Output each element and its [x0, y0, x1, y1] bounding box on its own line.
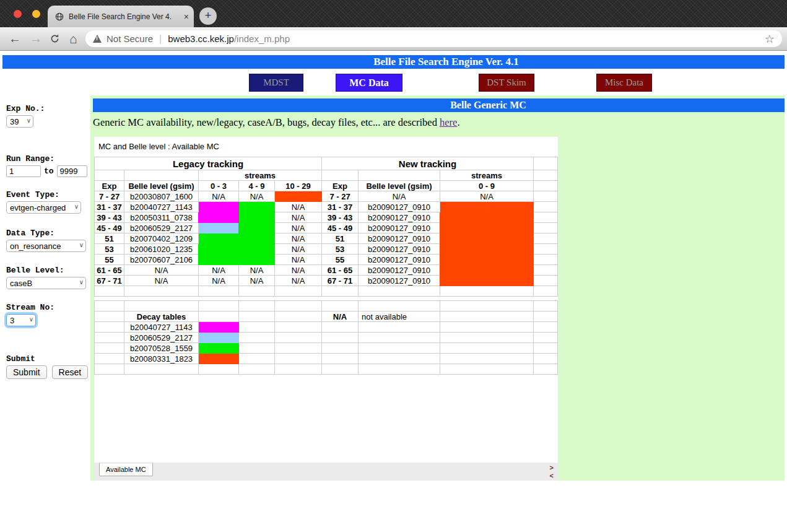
scroll-right-icon[interactable]: > — [550, 464, 554, 472]
grid-cell: 51 — [322, 233, 359, 244]
event-type-select[interactable]: evtgen-charged∨ — [6, 201, 81, 214]
mc-data-button[interactable]: MC Data — [336, 74, 402, 92]
grid-cell: b20030807_1600 — [124, 191, 199, 202]
grid-cell: b20070528_1559 — [124, 343, 199, 354]
grid-cell — [322, 364, 359, 375]
stream-no-select[interactable]: 3∨ — [6, 314, 36, 326]
grid-cell: Exp — [322, 181, 359, 191]
not-secure-label[interactable]: Not Secure — [107, 33, 153, 44]
submit-section-label: Submit — [6, 354, 90, 364]
grid-cell: b20090127_0910 — [359, 276, 440, 286]
browser-tab-strip: Belle File Search Engine Ver 4. × + — [0, 0, 787, 27]
url-path[interactable]: /index_m.php — [234, 33, 290, 44]
grid-cell — [275, 333, 322, 343]
color-cell — [199, 322, 239, 333]
grid-cell — [359, 301, 440, 312]
run-to-input[interactable] — [57, 165, 87, 177]
grid-cell: b20080331_1823 — [124, 354, 199, 364]
new-tab-button[interactable]: + — [199, 7, 217, 25]
grid-cell — [534, 191, 558, 202]
grid-cell — [440, 301, 534, 312]
not-secure-warning-icon[interactable] — [93, 35, 102, 43]
grid-cell — [534, 333, 558, 343]
grid-cell: b20090127_0910 — [359, 202, 440, 212]
grid-cell — [359, 322, 440, 333]
grid-cell: b20061020_1235 — [124, 244, 199, 255]
forward-icon[interactable]: → — [30, 27, 42, 50]
content-area: Exp No.: 39∨ Run Range: to Event Type: e… — [0, 95, 787, 481]
reload-icon[interactable] — [50, 27, 60, 50]
grid-cell — [275, 312, 322, 322]
url-host[interactable]: bweb3.cc.kek.jp — [168, 33, 234, 44]
color-cell — [199, 354, 239, 364]
submit-button[interactable]: Submit — [6, 365, 47, 379]
grid-cell: N/A — [275, 265, 322, 276]
exp-no-select[interactable]: 39∨ — [6, 115, 33, 128]
globe-icon — [55, 12, 64, 21]
color-cell — [440, 202, 534, 286]
grid-cell — [534, 322, 558, 333]
grid-cell: N/A — [275, 233, 322, 244]
grid-cell — [534, 364, 558, 375]
grid-cell: 55 — [322, 255, 359, 265]
grid-cell: b20070402_1209 — [124, 233, 199, 244]
grid-cell: Decay tables — [124, 312, 199, 322]
grid-cell — [534, 343, 558, 354]
run-to-word: to — [44, 167, 54, 176]
decay-tables-table: Decay tablesN/Anot availableb20040727_11… — [94, 300, 558, 375]
window-close-button[interactable] — [14, 10, 22, 18]
grid-cell: 51 — [95, 233, 124, 244]
grid-cell — [440, 354, 534, 364]
grid-cell: N/A — [239, 276, 275, 286]
grid-cell — [239, 354, 275, 364]
grid-cell — [534, 170, 558, 181]
grid-cell — [95, 170, 124, 181]
browser-tab[interactable]: Belle File Search Engine Ver 4. × — [48, 6, 194, 27]
grid-cell — [322, 286, 359, 297]
grid-cell: b20040727_1143 — [124, 322, 199, 333]
window-minimize-button[interactable] — [32, 10, 40, 18]
grid-cell — [534, 276, 558, 286]
grid-cell: 31 - 37 — [322, 202, 359, 212]
data-type-select[interactable]: on_resonance∨ — [6, 240, 86, 252]
grid-cell: N/A — [199, 276, 239, 286]
grid-cell — [124, 301, 199, 312]
description-text: Generic MC availability, new/legacy, cas… — [93, 116, 785, 129]
grid-cell — [440, 333, 534, 343]
grid-cell: b20070607_2106 — [124, 255, 199, 265]
grid-cell — [322, 333, 359, 343]
grid-cell — [534, 312, 558, 322]
belle-level-select[interactable]: caseB∨ — [6, 277, 86, 289]
scroll-left-icon[interactable]: < — [550, 472, 554, 480]
dst-skim-button[interactable]: DST Skim — [479, 74, 534, 92]
belle-generic-mc-header: Belle Generic MC — [93, 98, 785, 112]
grid-cell — [534, 181, 558, 191]
grid-cell — [124, 286, 199, 297]
grid-cell: N/A — [275, 276, 322, 286]
grid-cell: 45 - 49 — [95, 223, 124, 233]
grid-cell — [359, 343, 440, 354]
back-icon[interactable]: ← — [9, 27, 21, 50]
grid-cell — [534, 157, 558, 170]
grid-cell: N/A — [275, 244, 322, 255]
run-from-input[interactable] — [6, 165, 41, 177]
grid-cell — [95, 322, 124, 333]
grid-cell: N/A — [359, 191, 440, 202]
bookmark-star-icon[interactable]: ☆ — [765, 32, 775, 46]
reset-button[interactable]: Reset — [52, 365, 89, 379]
belle-level-label: Belle Level: — [6, 266, 90, 275]
grid-cell: 7 - 27 — [322, 191, 359, 202]
misc-data-button[interactable]: Misc Data — [596, 74, 652, 92]
mdst-data-button[interactable]: MDST Data — [249, 74, 303, 92]
url-bar[interactable]: Not Secure | bweb3.cc.kek.jp /index_m.ph… — [85, 30, 782, 47]
grid-cell — [322, 354, 359, 364]
color-cell — [275, 191, 322, 202]
grid-cell: b20090127_0910 — [359, 212, 440, 223]
sheet-tab-available-mc[interactable]: Available MC — [99, 463, 153, 476]
home-icon[interactable]: ⌂ — [69, 27, 77, 50]
grid-cell — [359, 286, 440, 297]
here-link[interactable]: here — [440, 116, 457, 128]
grid-cell — [239, 322, 275, 333]
tab-close-icon[interactable]: × — [184, 12, 189, 21]
grid-cell: 4 - 9 — [239, 181, 275, 191]
